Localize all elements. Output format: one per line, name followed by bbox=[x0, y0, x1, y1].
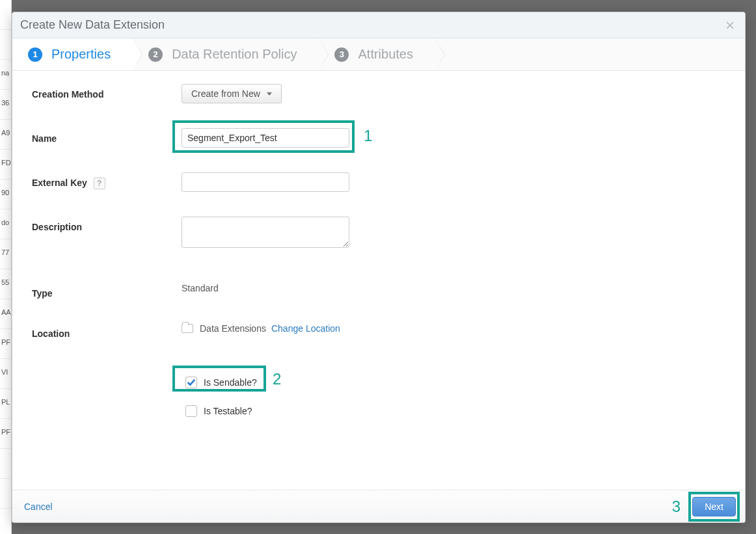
wizard-step-label: Properties bbox=[51, 47, 111, 62]
wizard-step-badge: 1 bbox=[28, 47, 42, 62]
name-input[interactable] bbox=[182, 128, 349, 148]
modal-header: Create New Data Extension × bbox=[12, 12, 745, 38]
wizard-step-label: Data Retention Policy bbox=[172, 47, 297, 62]
is-testable-checkbox[interactable] bbox=[185, 405, 197, 417]
help-icon[interactable]: ? bbox=[94, 178, 105, 189]
annotation-number-3: 3 bbox=[672, 498, 681, 516]
next-button[interactable]: Next bbox=[692, 497, 736, 516]
row-is-sendable: Is Sendable? bbox=[32, 374, 745, 391]
external-key-input[interactable] bbox=[182, 172, 349, 192]
wizard-step-label: Attributes bbox=[358, 47, 412, 62]
check-icon bbox=[187, 378, 196, 387]
row-creation-method: Creation Method Create from New bbox=[32, 84, 745, 103]
row-location: Location Data Extensions Change Location bbox=[32, 323, 745, 339]
row-name: Name bbox=[32, 128, 745, 148]
location-folder: Data Extensions bbox=[200, 323, 266, 334]
row-description: Description bbox=[32, 217, 745, 248]
wizard-steps: 1 Properties 2 Data Retention Policy 3 A… bbox=[12, 38, 745, 71]
create-data-extension-modal: Create New Data Extension × 1 Properties… bbox=[12, 12, 746, 523]
modal-footer: Cancel 3 Next bbox=[12, 490, 745, 522]
label-location: Location bbox=[32, 323, 182, 339]
label-type: Type bbox=[32, 283, 182, 299]
modal-body: Creation Method Create from New Name Ext… bbox=[12, 71, 745, 490]
row-type: Type Standard bbox=[32, 283, 745, 299]
label-description: Description bbox=[32, 217, 182, 232]
label-external-key: External Key ? bbox=[32, 172, 182, 189]
row-external-key: External Key ? bbox=[32, 172, 745, 192]
cancel-button[interactable]: Cancel bbox=[21, 498, 55, 516]
background-table-edge: na36A9FD90do7755AAPFVIPLPF bbox=[0, 0, 12, 534]
change-location-link[interactable]: Change Location bbox=[271, 323, 340, 334]
wizard-step-attributes[interactable]: 3 Attributes bbox=[319, 38, 435, 70]
caret-down-icon bbox=[267, 92, 272, 96]
wizard-step-badge: 2 bbox=[148, 47, 163, 62]
description-textarea[interactable] bbox=[182, 217, 349, 248]
label-external-key-text: External Key bbox=[32, 178, 87, 188]
creation-method-dropdown[interactable]: Create from New bbox=[182, 84, 282, 103]
folder-icon bbox=[182, 324, 193, 333]
label-name: Name bbox=[32, 128, 182, 144]
close-icon[interactable]: × bbox=[725, 18, 735, 33]
modal-title: Create New Data Extension bbox=[20, 18, 165, 32]
wizard-step-properties[interactable]: 1 Properties bbox=[12, 38, 133, 70]
is-sendable-control[interactable]: Is Sendable? bbox=[182, 374, 261, 391]
creation-method-selected: Create from New bbox=[191, 88, 260, 99]
row-is-testable: Is Testable? bbox=[32, 403, 745, 420]
is-testable-control[interactable]: Is Testable? bbox=[182, 403, 256, 420]
label-creation-method: Creation Method bbox=[32, 84, 182, 100]
is-sendable-label: Is Sendable? bbox=[204, 377, 257, 388]
wizard-step-badge: 3 bbox=[334, 47, 349, 62]
is-sendable-checkbox[interactable] bbox=[185, 377, 197, 388]
wizard-step-data-retention[interactable]: 2 Data Retention Policy bbox=[133, 38, 319, 70]
type-value: Standard bbox=[182, 283, 219, 293]
is-testable-label: Is Testable? bbox=[204, 406, 252, 416]
